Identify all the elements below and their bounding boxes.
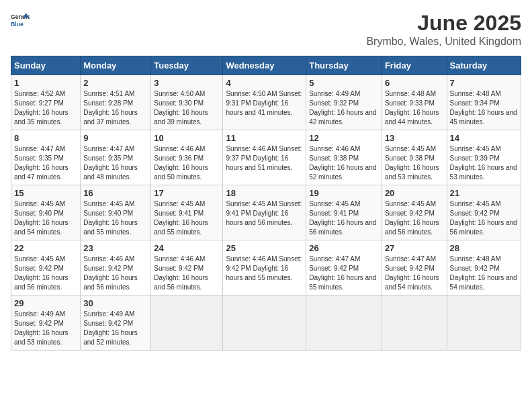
calendar-cell: 8Sunrise: 4:47 AM Sunset: 9:35 PM Daylig… — [11, 130, 81, 185]
calendar-cell: 2Sunrise: 4:51 AM Sunset: 9:28 PM Daylig… — [81, 75, 151, 130]
calendar-cell: 22Sunrise: 4:45 AM Sunset: 9:42 PM Dayli… — [11, 240, 81, 295]
calendar-week-2: 8Sunrise: 4:47 AM Sunset: 9:35 PM Daylig… — [11, 130, 521, 185]
calendar-cell: 11Sunrise: 4:46 AM Sunset: 9:37 PM Dayli… — [223, 130, 306, 185]
calendar-cell: 6Sunrise: 4:48 AM Sunset: 9:33 PM Daylig… — [382, 75, 447, 130]
calendar-week-3: 15Sunrise: 4:45 AM Sunset: 9:40 PM Dayli… — [11, 185, 521, 240]
day-info: Sunrise: 4:47 AM Sunset: 9:35 PM Dayligh… — [14, 144, 77, 182]
calendar-cell: 13Sunrise: 4:45 AM Sunset: 9:38 PM Dayli… — [382, 130, 447, 185]
day-number: 18 — [226, 188, 303, 198]
calendar-cell: 21Sunrise: 4:45 AM Sunset: 9:42 PM Dayli… — [447, 185, 521, 240]
day-info: Sunrise: 4:45 AM Sunset: 9:41 PM Dayligh… — [309, 199, 379, 237]
calendar-cell — [382, 295, 447, 351]
day-number: 5 — [309, 78, 379, 88]
logo: General Blue — [11, 11, 30, 30]
day-info: Sunrise: 4:51 AM Sunset: 9:28 PM Dayligh… — [83, 89, 148, 127]
day-number: 25 — [226, 243, 303, 253]
day-number: 10 — [154, 133, 220, 143]
day-info: Sunrise: 4:47 AM Sunset: 9:42 PM Dayligh… — [385, 255, 444, 292]
calendar-cell: 7Sunrise: 4:48 AM Sunset: 9:34 PM Daylig… — [447, 75, 521, 130]
day-number: 23 — [83, 243, 148, 253]
day-info: Sunrise: 4:46 AM Sunset: 9:42 PM Dayligh… — [154, 255, 220, 292]
calendar-cell: 30Sunrise: 4:49 AM Sunset: 9:42 PM Dayli… — [81, 295, 151, 351]
page-header: General Blue June 2025 Brymbo, Wales, Un… — [11, 11, 521, 48]
calendar-cell: 3Sunrise: 4:50 AM Sunset: 9:30 PM Daylig… — [151, 75, 223, 130]
day-info: Sunrise: 4:45 AM Sunset: 9:40 PM Dayligh… — [14, 199, 77, 237]
calendar-cell: 1Sunrise: 4:52 AM Sunset: 9:27 PM Daylig… — [11, 75, 81, 130]
day-number: 16 — [83, 188, 148, 198]
day-info: Sunrise: 4:45 AM Sunset: 9:40 PM Dayligh… — [83, 199, 148, 237]
calendar-week-5: 29Sunrise: 4:49 AM Sunset: 9:42 PM Dayli… — [11, 295, 521, 351]
day-number: 29 — [14, 298, 77, 308]
day-info: Sunrise: 4:47 AM Sunset: 9:42 PM Dayligh… — [309, 255, 379, 292]
day-info: Sunrise: 4:47 AM Sunset: 9:35 PM Dayligh… — [83, 144, 148, 182]
calendar-cell: 27Sunrise: 4:47 AM Sunset: 9:42 PM Dayli… — [382, 240, 447, 295]
day-number: 13 — [385, 133, 444, 143]
day-number: 21 — [450, 188, 518, 198]
day-number: 27 — [385, 243, 444, 253]
day-info: Sunrise: 4:45 AM Sunset: 9:41 PM Dayligh… — [154, 199, 220, 237]
day-number: 4 — [226, 78, 303, 88]
subtitle: Brymbo, Wales, United Kingdom — [366, 36, 521, 48]
day-info: Sunrise: 4:48 AM Sunset: 9:33 PM Dayligh… — [385, 89, 444, 127]
calendar-cell: 10Sunrise: 4:46 AM Sunset: 9:36 PM Dayli… — [151, 130, 223, 185]
calendar-cell — [223, 295, 306, 351]
calendar-cell: 28Sunrise: 4:48 AM Sunset: 9:42 PM Dayli… — [447, 240, 521, 295]
calendar-table: SundayMondayTuesdayWednesdayThursdayFrid… — [11, 56, 521, 351]
day-number: 12 — [309, 133, 379, 143]
header-thursday: Thursday — [306, 56, 382, 75]
calendar-cell: 4Sunrise: 4:50 AM Sunset: 9:31 PM Daylig… — [223, 75, 306, 130]
day-number: 26 — [309, 243, 379, 253]
day-number: 1 — [14, 78, 77, 88]
day-number: 8 — [14, 133, 77, 143]
day-info: Sunrise: 4:45 AM Sunset: 9:42 PM Dayligh… — [450, 199, 518, 237]
calendar-cell: 29Sunrise: 4:49 AM Sunset: 9:42 PM Dayli… — [11, 295, 81, 351]
day-info: Sunrise: 4:45 AM Sunset: 9:41 PM Dayligh… — [226, 199, 303, 228]
calendar-cell: 18Sunrise: 4:45 AM Sunset: 9:41 PM Dayli… — [223, 185, 306, 240]
title-area: June 2025 Brymbo, Wales, United Kingdom — [366, 11, 521, 48]
day-number: 24 — [154, 243, 220, 253]
day-number: 15 — [14, 188, 77, 198]
day-info: Sunrise: 4:46 AM Sunset: 9:36 PM Dayligh… — [154, 144, 220, 182]
day-info: Sunrise: 4:45 AM Sunset: 9:42 PM Dayligh… — [385, 199, 444, 237]
day-info: Sunrise: 4:46 AM Sunset: 9:38 PM Dayligh… — [309, 144, 379, 182]
day-info: Sunrise: 4:46 AM Sunset: 9:42 PM Dayligh… — [83, 255, 148, 292]
header-wednesday: Wednesday — [223, 56, 306, 75]
calendar-cell: 9Sunrise: 4:47 AM Sunset: 9:35 PM Daylig… — [81, 130, 151, 185]
calendar-cell: 17Sunrise: 4:45 AM Sunset: 9:41 PM Dayli… — [151, 185, 223, 240]
logo-icon: General Blue — [11, 11, 30, 30]
day-info: Sunrise: 4:49 AM Sunset: 9:42 PM Dayligh… — [14, 310, 77, 347]
day-number: 2 — [83, 78, 148, 88]
day-info: Sunrise: 4:50 AM Sunset: 9:30 PM Dayligh… — [154, 89, 220, 127]
day-info: Sunrise: 4:49 AM Sunset: 9:42 PM Dayligh… — [83, 310, 148, 347]
day-info: Sunrise: 4:49 AM Sunset: 9:32 PM Dayligh… — [309, 89, 379, 127]
day-number: 28 — [450, 243, 518, 253]
day-number: 17 — [154, 188, 220, 198]
calendar-cell: 16Sunrise: 4:45 AM Sunset: 9:40 PM Dayli… — [81, 185, 151, 240]
header-friday: Friday — [382, 56, 447, 75]
day-info: Sunrise: 4:50 AM Sunset: 9:31 PM Dayligh… — [226, 89, 303, 118]
day-number: 22 — [14, 243, 77, 253]
header-monday: Monday — [81, 56, 151, 75]
calendar-cell: 26Sunrise: 4:47 AM Sunset: 9:42 PM Dayli… — [306, 240, 382, 295]
header-saturday: Saturday — [447, 56, 521, 75]
day-number: 30 — [83, 298, 148, 308]
day-info: Sunrise: 4:45 AM Sunset: 9:39 PM Dayligh… — [450, 144, 518, 182]
day-info: Sunrise: 4:46 AM Sunset: 9:42 PM Dayligh… — [226, 255, 303, 283]
day-info: Sunrise: 4:45 AM Sunset: 9:38 PM Dayligh… — [385, 144, 444, 182]
calendar-cell: 19Sunrise: 4:45 AM Sunset: 9:41 PM Dayli… — [306, 185, 382, 240]
calendar-cell: 14Sunrise: 4:45 AM Sunset: 9:39 PM Dayli… — [447, 130, 521, 185]
calendar-cell: 20Sunrise: 4:45 AM Sunset: 9:42 PM Dayli… — [382, 185, 447, 240]
calendar-cell: 24Sunrise: 4:46 AM Sunset: 9:42 PM Dayli… — [151, 240, 223, 295]
day-number: 3 — [154, 78, 220, 88]
calendar-cell — [447, 295, 521, 351]
day-number: 14 — [450, 133, 518, 143]
day-info: Sunrise: 4:52 AM Sunset: 9:27 PM Dayligh… — [14, 89, 77, 127]
svg-text:Blue: Blue — [11, 21, 24, 28]
day-number: 9 — [83, 133, 148, 143]
day-info: Sunrise: 4:46 AM Sunset: 9:37 PM Dayligh… — [226, 144, 303, 173]
calendar-cell — [306, 295, 382, 351]
calendar-week-1: 1Sunrise: 4:52 AM Sunset: 9:27 PM Daylig… — [11, 75, 521, 130]
day-number: 7 — [450, 78, 518, 88]
day-number: 20 — [385, 188, 444, 198]
calendar-cell: 5Sunrise: 4:49 AM Sunset: 9:32 PM Daylig… — [306, 75, 382, 130]
